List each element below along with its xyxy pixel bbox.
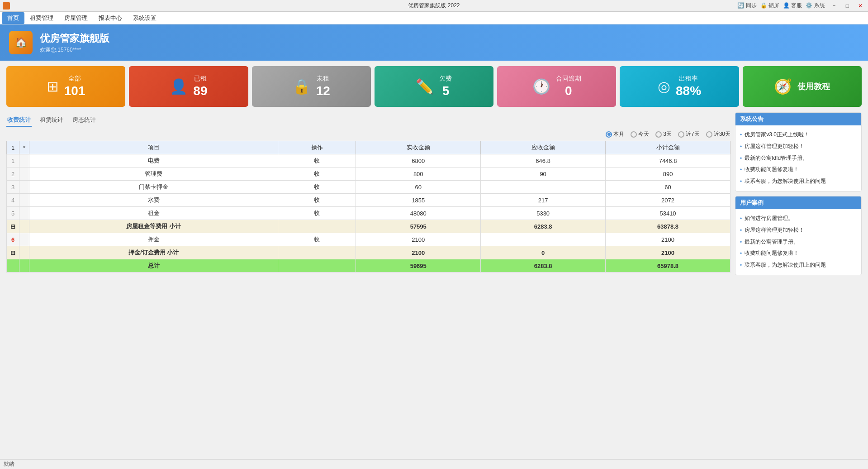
cases-header: 用户案例 bbox=[735, 196, 861, 209]
tab-room[interactable]: 房态统计 bbox=[71, 114, 97, 127]
row-name-2: 门禁卡押金 bbox=[29, 181, 278, 194]
menu-room-manage[interactable]: 房屋管理 bbox=[59, 12, 93, 24]
stat-vacant-icon: 🔒 bbox=[293, 78, 311, 95]
row-expected-6 bbox=[481, 233, 606, 246]
row-subtotal-2: 60 bbox=[606, 181, 730, 194]
col-name: 项目 bbox=[29, 141, 278, 154]
announcement-item-0[interactable]: 优房管家v3.0正式上线啦！ bbox=[740, 129, 857, 141]
row-expected-4: 5330 bbox=[481, 207, 606, 220]
tab-bar: 收费统计 租赁统计 房态统计 bbox=[6, 114, 730, 127]
stat-contract-exp[interactable]: 🕐 合同逾期 0 bbox=[497, 66, 616, 107]
row-collapse-3 bbox=[19, 194, 29, 207]
stat-rate-label: 出租率 bbox=[676, 75, 701, 83]
app-subtitle: 欢迎您,15760**** bbox=[40, 46, 109, 54]
announcement-item-2[interactable]: 最新的公寓fdfd管理手册。 bbox=[740, 153, 857, 164]
subtotal-subtotal-7: 2100 bbox=[606, 246, 730, 259]
filter-30day[interactable]: 近30天 bbox=[706, 130, 730, 138]
filter-today[interactable]: 今天 bbox=[631, 130, 649, 138]
stat-rate-icon: ◎ bbox=[658, 78, 670, 95]
stat-tutorial[interactable]: 🧭 使用教程 bbox=[743, 66, 862, 107]
content-right: 系统公告 优房管家v3.0正式上线啦！房屋这样管理更加轻松！最新的公寓fdfd管… bbox=[735, 112, 862, 280]
total-blank2-8 bbox=[19, 259, 29, 273]
minimize-btn[interactable]: － bbox=[829, 2, 840, 10]
row-collapse-6 bbox=[19, 233, 29, 246]
stat-overdue-value: 5 bbox=[439, 84, 452, 98]
window-title: 优房管家旗舰版 2022 bbox=[408, 2, 460, 10]
case-item-1[interactable]: 房屋这样管理更加轻松！ bbox=[740, 225, 857, 236]
service-btn[interactable]: 👤 客服 bbox=[783, 2, 802, 10]
subtotal-actual-7: 2100 bbox=[356, 246, 481, 259]
content-left: 收费统计 租赁统计 房态统计 本月 今天 3天 bbox=[6, 112, 730, 280]
row-op-2: 收 bbox=[278, 181, 356, 194]
main-area: 收费统计 租赁统计 房态统计 本月 今天 3天 bbox=[0, 112, 868, 280]
filter-7day[interactable]: 近7天 bbox=[678, 130, 700, 138]
stat-vacant-value: 12 bbox=[316, 84, 330, 98]
subtotal-expected-7: 0 bbox=[481, 246, 606, 259]
row-collapse-1 bbox=[19, 168, 29, 181]
subtotal-blank-7 bbox=[19, 246, 29, 259]
close-btn[interactable]: ✕ bbox=[855, 3, 865, 9]
subtotal-actual-5: 57595 bbox=[356, 220, 481, 233]
row-expected-2 bbox=[481, 181, 606, 194]
announcement-item-4[interactable]: 联系客服，为您解决使用上的问题 bbox=[740, 176, 857, 187]
stat-rented[interactable]: 👤 已租 89 bbox=[129, 66, 248, 107]
menu-home[interactable]: 首页 bbox=[2, 12, 24, 24]
stat-rent-rate[interactable]: ◎ 出租率 88% bbox=[620, 66, 739, 107]
stat-contract-value: 0 bbox=[556, 84, 581, 98]
case-item-3[interactable]: 收费功能问题修复啦！ bbox=[740, 248, 857, 259]
row-name-1: 管理费 bbox=[29, 168, 278, 181]
announcements-body: 优房管家v3.0正式上线啦！房屋这样管理更加轻松！最新的公寓fdfd管理手册。收… bbox=[735, 125, 861, 191]
app-header: 🏠 优房管家旗舰版 欢迎您,15760**** bbox=[0, 24, 868, 61]
row-subtotal-4: 53410 bbox=[606, 207, 730, 220]
subtotal-name-5: 房屋租金等费用 小计 bbox=[29, 220, 278, 233]
subtotal-collapse-5[interactable]: ⊟ bbox=[7, 220, 19, 233]
row-op-3: 收 bbox=[278, 194, 356, 207]
sync-btn[interactable]: 🔄 同步 bbox=[737, 2, 756, 10]
menu-settings[interactable]: 系统设置 bbox=[128, 12, 162, 24]
stat-all[interactable]: ⊞ 全部 101 bbox=[6, 66, 125, 107]
row-num-4: 5 bbox=[7, 207, 19, 220]
announcement-item-1[interactable]: 房屋这样管理更加轻松！ bbox=[740, 141, 857, 153]
subtotal-op-7 bbox=[278, 246, 356, 259]
stats-row: ⊞ 全部 101 👤 已租 89 🔒 未租 12 ✏️ 欠费 5 🕐 合同逾期 … bbox=[6, 66, 862, 107]
app-title-block: 优房管家旗舰版 欢迎您,15760**** bbox=[40, 32, 109, 54]
menu-rent-manage[interactable]: 租费管理 bbox=[24, 12, 59, 24]
row-name-4: 租金 bbox=[29, 207, 278, 220]
row-num-2: 3 bbox=[7, 181, 19, 194]
row-num-0: 1 bbox=[7, 154, 19, 168]
total-actual-8: 59695 bbox=[356, 259, 481, 273]
case-item-2[interactable]: 最新的公寓管理手册。 bbox=[740, 236, 857, 248]
stat-overdue[interactable]: ✏️ 欠费 5 bbox=[375, 66, 493, 107]
stat-overdue-icon: ✏️ bbox=[416, 78, 434, 95]
stat-vacant[interactable]: 🔒 未租 12 bbox=[252, 66, 371, 107]
date-filter-group: 本月 今天 3天 近7天 近30天 bbox=[606, 130, 730, 138]
tab-fee[interactable]: 收费统计 bbox=[6, 114, 32, 127]
stat-contract-icon: 🕐 bbox=[532, 78, 550, 95]
row-op-1: 收 bbox=[278, 168, 356, 181]
row-op-4: 收 bbox=[278, 207, 356, 220]
app-logo: 🏠 bbox=[9, 31, 33, 54]
stat-rented-icon: 👤 bbox=[170, 78, 188, 95]
lock-btn[interactable]: 🔒 锁屏 bbox=[760, 2, 779, 10]
stat-all-icon: ⊞ bbox=[47, 78, 59, 95]
title-bar-left bbox=[3, 2, 10, 10]
row-actual-0: 6800 bbox=[356, 154, 481, 168]
fee-table: 1 * 项目 操作 实收金额 应收金额 小计金额 1 电费 收 6800 646… bbox=[6, 141, 730, 273]
case-item-4[interactable]: 联系客服，为您解决使用上的问题 bbox=[740, 259, 857, 271]
announcement-item-3[interactable]: 收费功能问题修复啦！ bbox=[740, 164, 857, 176]
tab-rent[interactable]: 租赁统计 bbox=[39, 114, 64, 127]
row-actual-4: 48080 bbox=[356, 207, 481, 220]
filter-3day[interactable]: 3天 bbox=[655, 130, 672, 138]
maximize-btn[interactable]: □ bbox=[843, 3, 852, 9]
sys-btn[interactable]: ⚙️ 系统 bbox=[806, 2, 825, 10]
case-item-0[interactable]: 如何进行房屋管理。 bbox=[740, 213, 857, 225]
title-bar-controls: 🔄 同步 🔒 锁屏 👤 客服 ⚙️ 系统 － □ ✕ bbox=[737, 2, 865, 10]
cases-body: 如何进行房屋管理。房屋这样管理更加轻松！最新的公寓管理手册。收费功能问题修复啦！… bbox=[735, 209, 861, 275]
menu-report[interactable]: 报表中心 bbox=[93, 12, 128, 24]
row-subtotal-6: 2100 bbox=[606, 233, 730, 246]
filter-month[interactable]: 本月 bbox=[606, 130, 624, 138]
subtotal-collapse-7[interactable]: ⊟ bbox=[7, 246, 19, 259]
col-actual: 实收金额 bbox=[356, 141, 481, 154]
subtotal-subtotal-5: 63878.8 bbox=[606, 220, 730, 233]
col-op: 操作 bbox=[278, 141, 356, 154]
